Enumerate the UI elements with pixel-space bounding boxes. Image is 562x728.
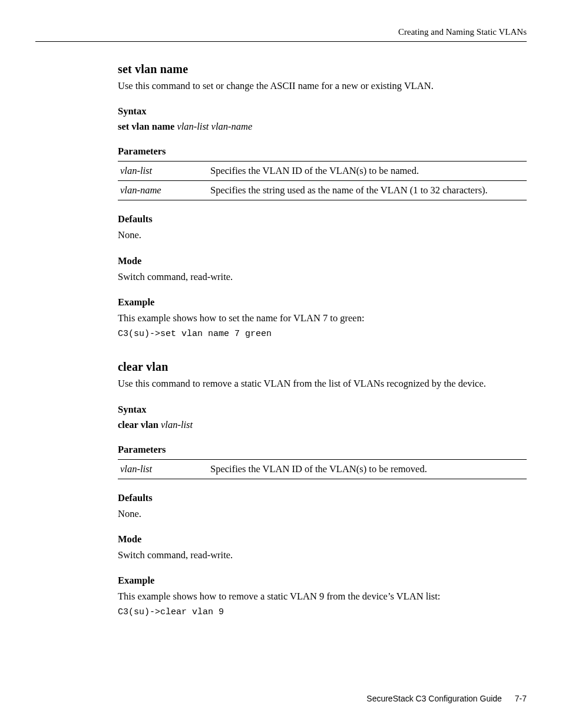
example-lead: This example shows how to remove a stati… [118,590,527,603]
syntax-arg: vlan-list [177,121,209,132]
content-area: set vlan name Use this command to set or… [118,59,527,619]
header-section-title: Creating and Naming Static VLANs [398,27,527,37]
example-heading: Example [118,297,527,308]
syntax-arg: vlan-name [211,121,253,132]
page: Creating and Naming Static VLANs set vla… [0,0,562,728]
table-row: vlan-name Specifies the string used as t… [118,181,527,200]
syntax-keyword: clear vlan [118,419,158,430]
example-lead: This example shows how to set the name f… [118,312,527,325]
parameters-table: vlan-list Specifies the VLAN ID of the V… [118,161,527,200]
mode-heading: Mode [118,255,527,267]
syntax-line: clear vlan vlan-list [118,419,527,431]
example-code: C3(su)->set vlan name 7 green [118,328,527,340]
param-name: vlan-list [118,459,208,479]
example-heading: Example [118,575,527,587]
param-desc: Specifies the VLAN ID of the VLAN(s) to … [208,162,527,181]
mode-text: Switch command, read-write. [118,549,527,562]
parameters-table: vlan-list Specifies the VLAN ID of the V… [118,459,527,479]
syntax-keyword: set vlan name [118,121,174,132]
syntax-heading: Syntax [118,106,527,117]
command-title: set vlan name [118,62,527,76]
table-row: vlan-list Specifies the VLAN ID of the V… [118,459,527,479]
header-rule [35,41,527,42]
command-title: clear vlan [118,360,527,374]
parameters-heading: Parameters [118,146,527,157]
param-desc: Specifies the VLAN ID of the VLAN(s) to … [208,459,527,479]
syntax-heading: Syntax [118,404,527,416]
command-description: Use this command to set or change the AS… [118,80,527,93]
footer-page-number: 7-7 [515,694,527,703]
param-name: vlan-name [118,181,208,200]
param-name: vlan-list [118,162,208,181]
page-footer: SecureStack C3 Configuration Guide 7-7 [366,694,527,703]
parameters-heading: Parameters [118,444,527,456]
defaults-heading: Defaults [118,213,527,225]
defaults-text: None. [118,508,527,521]
param-desc: Specifies the string used as the name of… [208,181,527,200]
footer-doc-title: SecureStack C3 Configuration Guide [366,694,502,703]
command-description: Use this command to remove a static VLAN… [118,377,527,390]
syntax-arg: vlan-list [161,419,193,430]
table-row: vlan-list Specifies the VLAN ID of the V… [118,162,527,181]
mode-text: Switch command, read-write. [118,271,527,284]
spacer [118,340,527,357]
defaults-heading: Defaults [118,492,527,504]
example-code: C3(su)->clear vlan 9 [118,607,527,618]
mode-heading: Mode [118,533,527,545]
syntax-line: set vlan name vlan-list vlan-name [118,121,527,133]
defaults-text: None. [118,229,527,242]
